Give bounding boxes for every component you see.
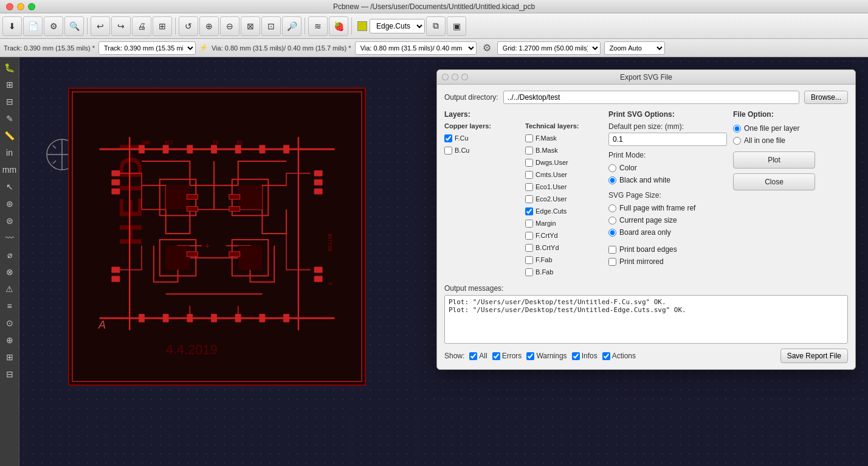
layer-bcu-label: B.Cu: [455, 147, 469, 154]
layer-bmask-checkbox[interactable]: [525, 147, 533, 155]
add-text[interactable]: ✎: [2, 111, 18, 127]
show-errors-checkbox[interactable]: [492, 352, 500, 360]
pad-tool[interactable]: ⊛: [2, 196, 18, 212]
layer-eco1-checkbox[interactable]: [525, 183, 533, 191]
via-label: Via: 0.80 mm (31.5 mils)/ 0.40 mm (15.7 …: [212, 44, 351, 52]
current-page-radio[interactable]: [608, 217, 616, 224]
zoom-out-left[interactable]: ⊟: [2, 366, 18, 382]
zoom-fit-btn[interactable]: ⊠: [241, 16, 260, 36]
footprint-btn[interactable]: ⚙: [44, 16, 63, 36]
layer-ffab: F.Fab: [525, 254, 602, 266]
layer-margin-checkbox[interactable]: [525, 220, 533, 228]
minimize-btn[interactable]: [17, 3, 24, 10]
color-radio[interactable]: [608, 164, 616, 172]
via-select[interactable]: Via: 0.80 mm (31.5 mils)/ 0.40 mm (15.7 …: [355, 41, 477, 55]
zoom-out-btn[interactable]: ⊖: [220, 16, 239, 36]
3d-btn[interactable]: ▣: [447, 16, 466, 36]
route3-tool[interactable]: ⌀: [2, 247, 18, 263]
via-tool[interactable]: ⊕: [2, 332, 18, 348]
layer-fcrtyd-checkbox[interactable]: [525, 232, 533, 240]
layer-bmask: B.Mask: [525, 144, 602, 156]
select-tool[interactable]: 🐛: [2, 60, 18, 75]
layer-cmts-checkbox[interactable]: [525, 171, 533, 179]
browse-button[interactable]: Browse...: [804, 91, 848, 104]
netlist-btn[interactable]: ≋: [308, 16, 328, 36]
output-msg-1: Plot: "/Users/user/Desktop/test/Untitled…: [449, 298, 844, 306]
pi-btn[interactable]: 🍓: [329, 16, 348, 36]
layer-settings-btn[interactable]: ⧉: [426, 16, 446, 36]
inspect-btn[interactable]: 🔍: [64, 16, 84, 36]
maximize-btn[interactable]: [28, 3, 35, 10]
layer-dwgs-checkbox[interactable]: [525, 159, 533, 167]
track-label: Track: 0.390 mm (15.35 mils) *: [4, 44, 95, 52]
full-page-radio[interactable]: [608, 204, 616, 212]
zoom-in-btn[interactable]: ⊕: [199, 16, 219, 36]
redo-btn[interactable]: ↪: [111, 16, 131, 36]
route4-tool[interactable]: ⊗: [2, 264, 18, 280]
zoom-in-left[interactable]: ⊞: [2, 349, 18, 365]
full-page-label: Full page with frame ref: [619, 204, 695, 212]
zoom-area-btn[interactable]: ⊡: [261, 16, 281, 36]
output-messages-box[interactable]: Plot: "/Users/user/Desktop/test/Untitled…: [444, 295, 848, 344]
layer-ffab-checkbox[interactable]: [525, 256, 533, 264]
dialog-max-btn[interactable]: [461, 74, 468, 80]
track-select[interactable]: Track: 0.390 mm (15.35 mils) *: [98, 41, 196, 55]
rules-btn[interactable]: ⊞: [153, 16, 172, 36]
zoom-select[interactable]: Zoom Auto: [604, 41, 665, 55]
add-footprint[interactable]: ⊟: [2, 94, 18, 110]
layer-eco1: Eco1.User: [525, 181, 602, 193]
layer-edgecuts-label: Edge.Cuts: [536, 207, 567, 215]
layer-bcrtyd-checkbox[interactable]: [525, 244, 533, 252]
print-mirrored-checkbox[interactable]: [608, 258, 616, 266]
show-infos-label: Infos: [582, 352, 598, 360]
route-tool[interactable]: ⊞: [2, 77, 18, 92]
undo-btn[interactable]: ↩: [91, 16, 110, 36]
new-btn[interactable]: ⬇: [2, 16, 22, 36]
layer-eco2-checkbox[interactable]: [525, 195, 533, 203]
route2-tool[interactable]: 〰: [2, 230, 18, 246]
pen-size-label: Default pen size: (mm):: [608, 122, 727, 131]
undo2-btn[interactable]: ↺: [179, 16, 198, 36]
layer-edgecuts-checkbox[interactable]: [525, 207, 533, 215]
dialog-min-btn[interactable]: [452, 74, 458, 80]
drc-tool[interactable]: ⚠: [2, 281, 18, 297]
layer-dropdown[interactable]: Edge.Cuts: [370, 19, 425, 33]
close-button[interactable]: Close: [733, 173, 815, 190]
bw-radio[interactable]: [608, 176, 616, 184]
mm-tool[interactable]: mm: [2, 162, 18, 178]
print-board-edges-checkbox[interactable]: [608, 246, 616, 254]
show-all-checkbox[interactable]: [469, 352, 477, 360]
layer-bfab-label: B.Fab: [536, 268, 553, 276]
measure-tool[interactable]: 📏: [2, 128, 18, 144]
local-ratsnest[interactable]: in: [2, 145, 18, 161]
grid-select[interactable]: Grid: 1.2700 mm (50.00 mils): [497, 41, 601, 55]
save-report-button[interactable]: Save Report File: [780, 349, 848, 363]
print-btn[interactable]: 🖨: [132, 16, 151, 36]
all-in-one-radio[interactable]: [733, 137, 741, 145]
file-option-title: File Option:: [733, 110, 815, 119]
canvas-area[interactable]: HEIDI 4.4.2019: [19, 57, 868, 466]
zoom-tool-btn[interactable]: 🔎: [282, 16, 301, 36]
show-infos-checkbox[interactable]: [572, 352, 580, 360]
pen-size-input[interactable]: [608, 133, 727, 146]
pad2-tool[interactable]: ⊜: [2, 213, 18, 229]
open-btn[interactable]: 📄: [23, 16, 43, 36]
layer-fcu-checkbox[interactable]: [444, 134, 452, 142]
show-actions-checkbox[interactable]: [602, 352, 610, 360]
titlebar: Pcbnew — /Users/user/Documents/Untitled/…: [0, 0, 868, 13]
layer-bfab-checkbox[interactable]: [525, 268, 533, 276]
plot-button[interactable]: Plot: [733, 151, 815, 169]
print-options-panel: Print SVG Options: Default pen size: (mm…: [608, 110, 727, 278]
dialog-close-btn[interactable]: [442, 74, 449, 80]
output-dir-input[interactable]: [503, 91, 799, 104]
close-btn[interactable]: [6, 3, 13, 10]
board-area-radio[interactable]: [608, 229, 616, 237]
show-warnings-checkbox[interactable]: [526, 352, 534, 360]
layer-fmask-checkbox[interactable]: [525, 134, 533, 142]
copper-tool[interactable]: ⊙: [2, 315, 18, 331]
layers-tool[interactable]: ≡: [2, 298, 18, 314]
layer-bcu-checkbox[interactable]: [444, 147, 452, 155]
sep3: [305, 18, 305, 35]
cursor-tool[interactable]: ↖: [2, 179, 18, 195]
one-file-radio[interactable]: [733, 125, 741, 133]
